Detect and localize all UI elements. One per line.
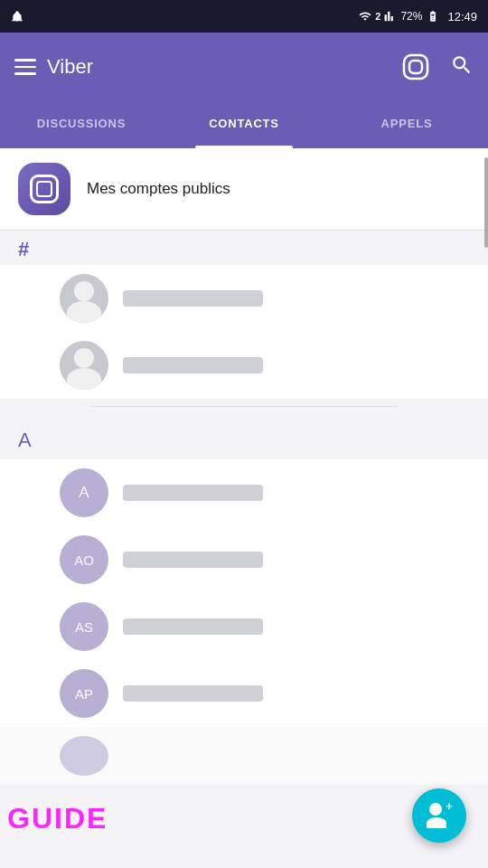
contact-item[interactable] bbox=[0, 265, 488, 332]
avatar bbox=[60, 341, 108, 390]
fab-person-body bbox=[427, 817, 446, 828]
tab-appels[interactable]: APPELS bbox=[325, 101, 488, 148]
contact-name-bar bbox=[123, 618, 263, 635]
viber-camera-icon[interactable] bbox=[399, 51, 432, 83]
app-header: Viber bbox=[0, 33, 488, 101]
status-bar: 2 72% 12:49 bbox=[0, 0, 488, 33]
add-contact-button[interactable]: + bbox=[412, 788, 466, 843]
avatar bbox=[60, 274, 108, 323]
a-section-header: A bbox=[0, 407, 488, 459]
header-right bbox=[399, 51, 474, 83]
public-icon-inner bbox=[30, 175, 59, 203]
a-section: A A AO AS bbox=[0, 407, 488, 785]
contact-item[interactable]: AO bbox=[0, 526, 488, 593]
app-title: Viber bbox=[47, 55, 93, 79]
avatar-initials: AP bbox=[75, 686, 93, 702]
fab-icon-container: + bbox=[427, 803, 452, 828]
fab-person-head bbox=[429, 803, 442, 816]
content-area: Mes comptes publics # A bbox=[0, 148, 488, 868]
a-letter: A bbox=[18, 429, 45, 452]
public-accounts-icon bbox=[18, 163, 70, 215]
avatar: AS bbox=[60, 602, 108, 651]
avatar bbox=[60, 736, 108, 776]
avatar-initials: AO bbox=[74, 552, 94, 568]
contact-name-bar bbox=[123, 290, 263, 307]
menu-button[interactable] bbox=[14, 59, 36, 75]
status-time: 12:49 bbox=[447, 10, 477, 24]
battery-text: 72% bbox=[400, 10, 422, 23]
hash-section: # bbox=[0, 231, 488, 399]
public-accounts-label: Mes comptes publics bbox=[87, 180, 230, 198]
avatar-initials: A bbox=[79, 484, 89, 502]
contact-name-bar bbox=[123, 685, 263, 702]
svg-rect-0 bbox=[404, 55, 427, 79]
contact-item[interactable]: AS bbox=[0, 593, 488, 660]
avatar: AO bbox=[60, 535, 108, 584]
contact-name-bar bbox=[123, 485, 263, 501]
avatar-silhouette bbox=[60, 274, 108, 323]
tab-bar: DISCUSSIONS CONTACTS APPELS bbox=[0, 101, 488, 148]
contact-name-bar bbox=[123, 552, 263, 568]
hash-letter: # bbox=[18, 238, 45, 261]
contact-item[interactable]: AP bbox=[0, 660, 488, 727]
contact-item[interactable] bbox=[0, 332, 488, 399]
status-left-icons bbox=[11, 10, 23, 23]
contact-item[interactable] bbox=[0, 727, 488, 785]
contact-name-bar bbox=[123, 357, 263, 373]
status-right-icons: 2 72% 12:49 bbox=[359, 10, 477, 24]
avatar-initials: AS bbox=[75, 619, 93, 635]
tab-contacts[interactable]: CONTACTS bbox=[163, 101, 325, 148]
header-left: Viber bbox=[14, 55, 93, 79]
tab-discussions[interactable]: DISCUSSIONS bbox=[0, 101, 163, 148]
svg-rect-1 bbox=[409, 61, 422, 73]
avatar: A bbox=[60, 468, 108, 517]
fab-plus-icon: + bbox=[446, 800, 453, 812]
avatar-silhouette bbox=[60, 341, 108, 390]
sim-icon: 2 bbox=[375, 11, 380, 22]
fab-plus-circle: + bbox=[443, 799, 455, 812]
hash-section-header: # bbox=[0, 231, 488, 265]
public-accounts-item[interactable]: Mes comptes publics bbox=[0, 148, 488, 231]
avatar: AP bbox=[60, 669, 108, 718]
contact-item[interactable]: A bbox=[0, 459, 488, 526]
search-button[interactable] bbox=[450, 53, 474, 80]
